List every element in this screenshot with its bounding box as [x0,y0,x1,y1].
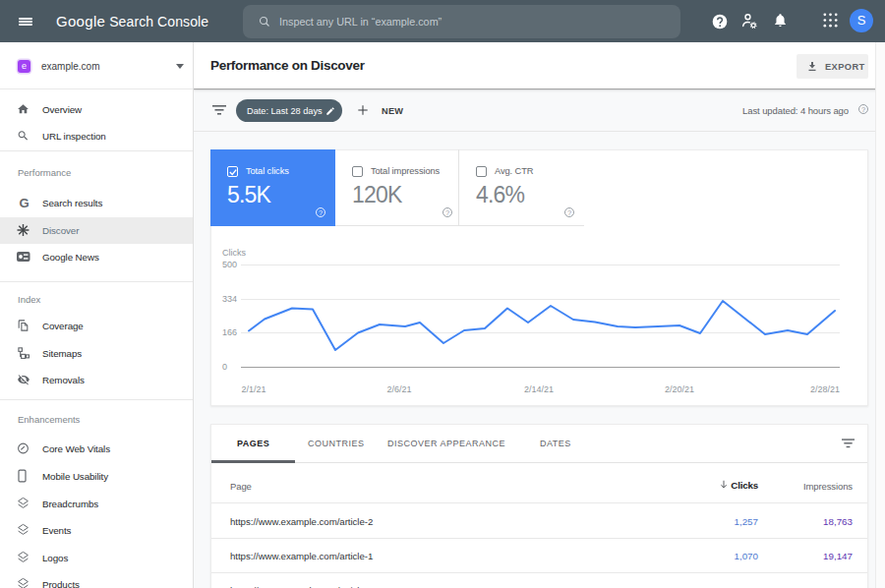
svg-text:G: G [19,196,29,210]
